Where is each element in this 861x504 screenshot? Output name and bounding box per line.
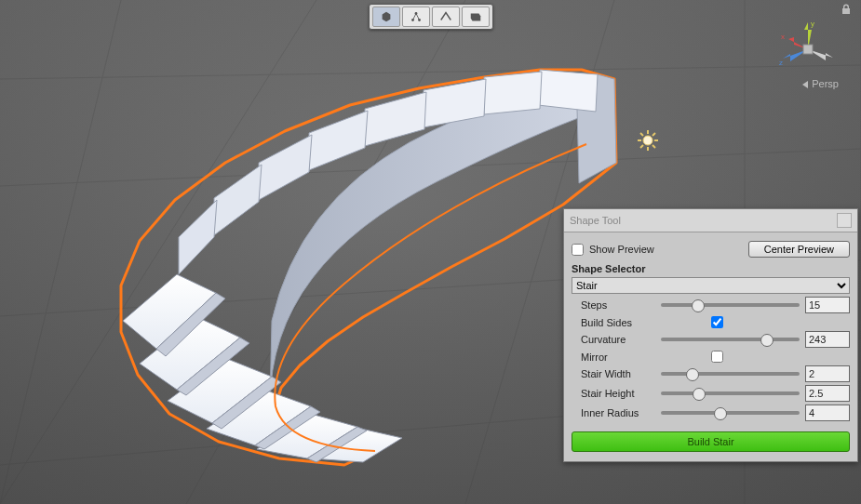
inner-radius-label: Inner Radius [581, 407, 655, 418]
mode-vertex-button[interactable] [402, 7, 430, 27]
stair-height-value[interactable]: 2.5 [805, 385, 850, 402]
mode-object-button[interactable] [372, 7, 400, 27]
mode-face-button[interactable] [462, 7, 490, 27]
mode-edge-button[interactable] [432, 7, 460, 27]
mirror-label: Mirror [581, 351, 655, 363]
curvature-value[interactable]: 243 [805, 331, 850, 348]
stair-width-label: Stair Width [581, 368, 655, 379]
inner-radius-slider[interactable] [661, 406, 800, 419]
inner-radius-value[interactable]: 4 [805, 405, 850, 421]
build-stair-button[interactable]: Build Stair [572, 431, 850, 452]
stair-width-slider[interactable] [661, 367, 800, 380]
svg-text:x: x [781, 33, 785, 41]
svg-line-34 [640, 133, 643, 136]
svg-point-29 [643, 136, 652, 145]
build-sides-checkbox[interactable] [711, 316, 723, 328]
steps-label: Steps [581, 299, 655, 311]
stair-width-value[interactable]: 2 [805, 365, 850, 382]
svg-marker-15 [259, 135, 312, 200]
svg-marker-10 [538, 70, 598, 112]
svg-rect-45 [803, 45, 813, 54]
steps-slider[interactable] [661, 298, 800, 312]
panel-menu-icon[interactable] [837, 213, 852, 228]
svg-marker-17 [179, 200, 217, 274]
svg-line-35 [652, 145, 655, 148]
shape-select[interactable]: Stair [572, 277, 850, 294]
light-gizmo-icon[interactable] [637, 129, 659, 152]
mirror-checkbox[interactable] [711, 351, 723, 363]
curvature-label: Curvature [581, 334, 655, 345]
svg-marker-11 [484, 72, 542, 114]
show-preview-label: Show Preview [589, 244, 654, 255]
projection-label: Persp [812, 78, 839, 89]
curvature-slider[interactable] [661, 333, 800, 346]
panel-title: Shape Tool [570, 215, 621, 226]
build-sides-label: Build Sides [581, 317, 655, 328]
orientation-gizmo[interactable]: y z x [775, 17, 841, 82]
curved-stair-mesh[interactable] [65, 42, 642, 470]
steps-value[interactable]: 15 [805, 297, 850, 313]
svg-marker-16 [214, 165, 262, 235]
lock-icon[interactable] [841, 4, 852, 18]
svg-text:z: z [779, 59, 783, 67]
svg-marker-14 [309, 111, 368, 170]
stair-height-label: Stair Height [581, 388, 655, 399]
shape-selector-heading: Shape Selector [572, 263, 850, 274]
projection-toggle[interactable]: Persp [802, 78, 839, 89]
center-preview-button[interactable]: Center Preview [748, 241, 850, 258]
stair-height-slider[interactable] [661, 387, 800, 400]
scene-edit-mode-toolbar [369, 4, 493, 30]
svg-line-36 [640, 145, 643, 148]
svg-text:y: y [811, 20, 814, 28]
svg-line-37 [652, 133, 655, 136]
shape-tool-panel: Shape Tool Show Preview Center Preview S… [563, 208, 858, 462]
show-preview-checkbox[interactable] [572, 244, 584, 256]
scene-viewport[interactable]: y z x Persp Shape Tool Show Preview Cent… [0, 0, 861, 504]
